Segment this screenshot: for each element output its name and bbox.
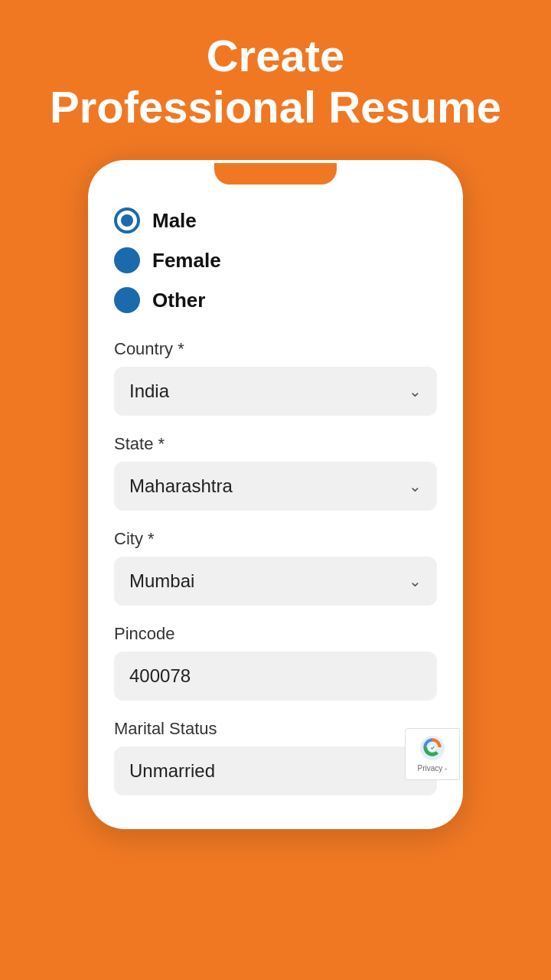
country-label: Country * — [114, 339, 437, 359]
page-title: Create Professional Resume — [50, 31, 501, 132]
pincode-input[interactable]: 400078 — [114, 652, 437, 701]
marital-status-label: Marital Status — [114, 719, 437, 739]
recaptcha-icon — [419, 735, 445, 761]
country-value: India — [129, 381, 169, 402]
city-label: City * — [114, 529, 437, 549]
phone-frame: Male Female Other Country * India ⌄ Stat… — [88, 160, 463, 829]
radio-other-label: Other — [152, 289, 205, 312]
radio-female-label: Female — [152, 249, 221, 273]
gender-radio-group: Male Female Other — [114, 203, 437, 318]
state-label: State * — [114, 434, 437, 454]
chevron-down-icon: ⌄ — [409, 572, 422, 590]
radio-other-icon — [114, 287, 140, 313]
phone-content: Male Female Other Country * India ⌄ Stat… — [91, 203, 460, 795]
recaptcha-badge: Privacy - — [405, 728, 460, 780]
recaptcha-text: Privacy - — [418, 764, 448, 773]
city-dropdown[interactable]: Mumbai ⌄ — [114, 557, 437, 606]
state-value: Maharashtra — [129, 475, 233, 497]
chevron-down-icon: ⌄ — [409, 477, 422, 495]
radio-male[interactable]: Male — [114, 203, 437, 238]
chevron-down-icon: ⌄ — [409, 382, 422, 400]
country-dropdown[interactable]: India ⌄ — [114, 367, 437, 416]
state-dropdown[interactable]: Maharashtra ⌄ — [114, 462, 437, 511]
radio-male-label: Male — [152, 209, 197, 233]
pincode-value: 400078 — [129, 665, 191, 686]
radio-female-icon — [114, 247, 140, 273]
marital-status-dropdown[interactable]: Unmarried — [114, 746, 437, 795]
radio-female[interactable]: Female — [114, 243, 437, 278]
city-value: Mumbai — [129, 570, 194, 592]
marital-status-value: Unmarried — [129, 760, 215, 782]
phone-notch — [214, 163, 337, 185]
radio-male-icon — [114, 207, 140, 234]
pincode-label: Pincode — [114, 624, 437, 644]
radio-other[interactable]: Other — [114, 283, 437, 318]
